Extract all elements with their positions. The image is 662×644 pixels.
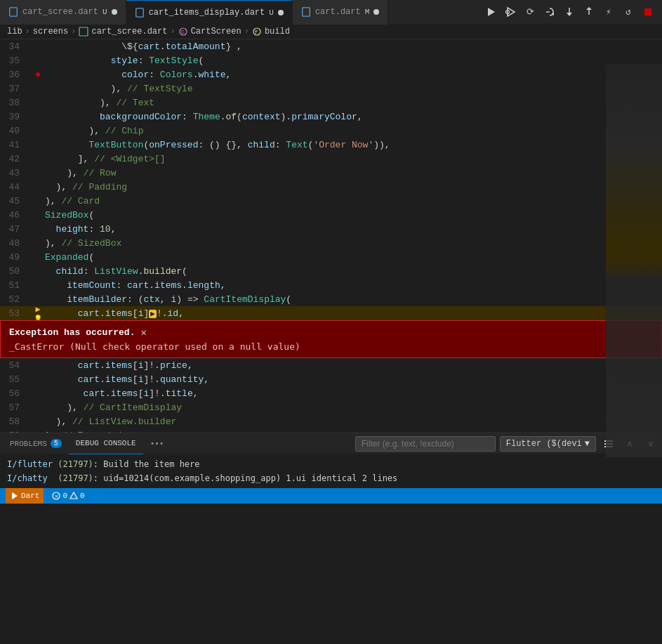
- step-out-icon[interactable]: [581, 4, 597, 20]
- tab-cart-badge: M: [365, 8, 370, 16]
- code-line-58: 58 ), // ListView.builder: [0, 414, 662, 428]
- status-debug: Dart: [6, 488, 44, 504]
- svg-marker-9: [567, 13, 572, 16]
- tab-cart-scree-label: cart_scree.dart: [22, 7, 98, 17]
- code-line-37: 37 ), // TextStyle: [0, 81, 662, 96]
- code-line-44: 44 ), // Padding: [0, 180, 662, 194]
- tab-problems[interactable]: PROBLEMS 5: [3, 433, 69, 454]
- breadcrumb-lib[interactable]: lib: [7, 27, 22, 37]
- panel-dropdown-label: Flutter ($(devi: [506, 439, 582, 449]
- code-line-39: 39 backgroundColor: Theme.of(context).pr…: [0, 110, 662, 124]
- code-line-54: 54 cart.items[i]!.price,: [0, 358, 662, 372]
- svg-marker-21: [12, 492, 18, 499]
- hot-reload-icon[interactable]: ⚡: [600, 4, 617, 20]
- log-line-1: I/flutter (21797) : Build the item here: [7, 457, 655, 471]
- tab-cart[interactable]: cart.dart M: [293, 0, 388, 25]
- tab-cart-items-display-label: cart_items_display.dart: [149, 8, 265, 18]
- svg-rect-13: [79, 27, 88, 36]
- panel-content: I/flutter (21797) : Build the item here …: [0, 454, 662, 488]
- tab-cart-label: cart.dart: [315, 7, 361, 17]
- panel-tabs: PROBLEMS 5 DEBUG CONSOLE ••• Flutter ($(…: [0, 433, 662, 454]
- code-line-53: 53 ▶ 💡 cart.items[i]▶!.id,: [0, 306, 662, 320]
- log-line-2: I/chatty (21797) : uid=10214(com.example…: [7, 471, 655, 485]
- code-line-49: 49 Expanded(: [0, 250, 662, 264]
- svg-rect-0: [10, 8, 18, 16]
- restart-icon[interactable]: ⟳: [522, 4, 538, 20]
- status-bar: Dart ✕ 0 0: [0, 488, 662, 504]
- code-line-50: 50 child: ListView.builder(: [0, 264, 662, 278]
- exception-title-text: Exception has occurred.: [9, 327, 135, 338]
- svg-rect-12: [644, 8, 651, 15]
- code-line-36: 36 ● color: Colors.white,: [0, 67, 662, 81]
- panel-dropdown-chevron: ▼: [585, 439, 590, 449]
- exception-message: _CastError (Null check operator used on …: [9, 341, 653, 352]
- svg-text:✕: ✕: [55, 493, 58, 499]
- code-block-top: 34 \${cart.totalAmount} , 35 style: Text…: [0, 39, 662, 320]
- toolbar-icons: ⟳ ⚡ ↺: [477, 4, 662, 20]
- run-icon[interactable]: [482, 4, 499, 20]
- code-line-55: 55 cart.items[i]!.quantity,: [0, 372, 662, 386]
- stop-icon[interactable]: [640, 4, 656, 20]
- tab-cart-items-display-badge: U: [269, 8, 274, 17]
- svg-marker-11: [586, 7, 592, 10]
- svg-text:C: C: [181, 29, 185, 35]
- step-over-icon[interactable]: [541, 4, 558, 20]
- lightbulb-icon[interactable]: 💡: [34, 315, 42, 321]
- tab-cart-scree[interactable]: cart_scree.dart U: [0, 0, 126, 25]
- code-line-56: 56 cart.items[i]!.title,: [0, 386, 662, 400]
- breadcrumb-class[interactable]: CartScreen: [191, 27, 241, 37]
- code-line-57: 57 ), // CartItemDisplay: [0, 400, 662, 414]
- code-line-40: 40 ), // Chip: [0, 124, 662, 138]
- tab-more[interactable]: •••: [143, 433, 171, 454]
- tab-cart-items-dot: [278, 10, 284, 15]
- tab-more-label: •••: [150, 440, 164, 448]
- code-line-59: 59 ), // Expanded: [0, 428, 662, 433]
- svg-marker-3: [488, 8, 495, 16]
- editor-container: 34 \${cart.totalAmount} , 35 style: Text…: [0, 39, 662, 433]
- debug-run-icon[interactable]: [502, 4, 519, 20]
- code-line-35: 35 style: TextStyle(: [0, 53, 662, 67]
- code-line-42: 42 ], // <Widget>[]: [0, 152, 662, 166]
- minimap[interactable]: [606, 64, 662, 457]
- debug-arrow-icon: ▶: [35, 304, 40, 315]
- code-line-43: 43 ), // Row: [0, 166, 662, 180]
- code-line-41: 41 TextButton(onPressed: () {}, child: T…: [0, 138, 662, 152]
- hot-restart-icon[interactable]: ↺: [620, 4, 637, 20]
- code-line-34: 34 \${cart.totalAmount} ,: [0, 39, 662, 53]
- code-line-38: 38 ), // Text: [0, 96, 662, 110]
- panel-filter-input[interactable]: [355, 436, 496, 452]
- tab-debug-console-label: DEBUG CONSOLE: [76, 439, 136, 447]
- svg-text:f: f: [254, 29, 258, 35]
- exception-close-button[interactable]: ✕: [140, 327, 146, 339]
- tab-bar: cart_scree.dart U cart_items_display.dar…: [0, 0, 662, 25]
- bottom-panel: PROBLEMS 5 DEBUG CONSOLE ••• Flutter ($(…: [0, 433, 662, 488]
- code-line-46: 46 SizedBox(: [0, 208, 662, 222]
- code-line-47: 47 height: 10,: [0, 222, 662, 236]
- code-line-51: 51 itemCount: cart.items.length,: [0, 278, 662, 292]
- svg-rect-1: [135, 8, 143, 16]
- exception-panel: Exception has occurred. ✕ _CastError (Nu…: [0, 320, 662, 358]
- code-line-45: 45 ), // Card: [0, 194, 662, 208]
- tab-cart-items-display[interactable]: cart_items_display.dart U: [126, 0, 293, 25]
- svg-rect-2: [303, 8, 310, 16]
- breadcrumb: lib › screens › cart_scree.dart › C Cart…: [0, 25, 662, 39]
- tab-debug-console[interactable]: DEBUG CONSOLE: [69, 433, 143, 454]
- status-errors[interactable]: ✕ 0 0: [52, 492, 84, 500]
- breadcrumb-method[interactable]: build: [265, 27, 290, 37]
- code-line-52: 52 itemBuilder: (ctx, i) => CartItemDisp…: [0, 292, 662, 306]
- svg-marker-4: [508, 8, 515, 16]
- tab-cart-dot: [373, 9, 379, 15]
- code-line-48: 48 ), // SizedBox: [0, 236, 662, 250]
- panel-dropdown[interactable]: Flutter ($(devi ▼: [500, 436, 596, 452]
- breadcrumb-screens[interactable]: screens: [33, 27, 68, 37]
- step-into-icon[interactable]: [561, 4, 578, 20]
- tab-cart-scree-badge: U: [102, 8, 107, 16]
- breakpoint-icon-36[interactable]: ●: [35, 69, 41, 80]
- tab-problems-label: PROBLEMS: [10, 440, 47, 448]
- code-block-bottom: 54 cart.items[i]!.price, 55 cart.items[i…: [0, 358, 662, 433]
- problems-badge: 5: [51, 439, 62, 448]
- breadcrumb-file[interactable]: cart_scree.dart: [91, 27, 167, 37]
- editor-scroll-area: 34 \${cart.totalAmount} , 35 style: Text…: [0, 39, 662, 433]
- tab-cart-scree-dot: [112, 9, 117, 15]
